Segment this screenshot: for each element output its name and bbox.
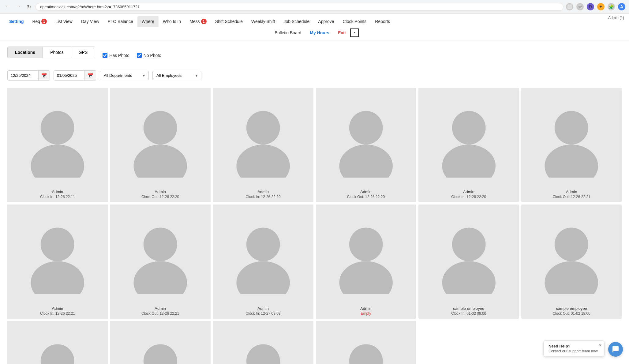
photo-card[interactable] <box>316 321 416 364</box>
card-status: Clock In: 01-02 09:00 <box>421 311 516 316</box>
browser-chrome: ← → ↻ opentimeclock.com/q2/mWhere.html?v… <box>0 0 629 14</box>
nav-exit[interactable]: Exit <box>334 27 350 38</box>
nav-approve[interactable]: Approve <box>314 16 338 27</box>
nav-pto-balance[interactable]: PTO Balance <box>103 16 137 27</box>
has-photo-checkbox[interactable] <box>103 53 107 58</box>
photo-card[interactable]: Admin Clock Out: 12-26 22:21 <box>110 205 211 319</box>
nav-messages[interactable]: Mess1 <box>185 16 211 27</box>
no-photo-label: No Photo <box>144 53 161 58</box>
date-end-input[interactable]: 01/05/2025 <box>54 71 84 80</box>
avatar <box>113 208 208 304</box>
nav-bulletin-board[interactable]: Bulletin Board <box>270 27 305 38</box>
photo-card[interactable] <box>213 321 313 364</box>
tab-locations[interactable]: Locations <box>8 47 43 58</box>
photo-card[interactable]: Admin Clock In: 12-26 22:11 <box>7 88 108 202</box>
photo-card[interactable]: sample employee Clock In: 01-02 09:00 <box>418 205 519 319</box>
help-title: Need Help? <box>549 344 599 348</box>
extension-icon-puzzle[interactable]: 🧩 <box>608 3 615 10</box>
svg-point-5 <box>236 144 290 177</box>
reload-button[interactable]: ↻ <box>24 2 33 11</box>
forward-button[interactable]: → <box>14 2 23 11</box>
photo-card[interactable] <box>7 321 108 364</box>
date-start-input[interactable]: 12/25/2024 <box>8 71 38 80</box>
nav-shift-schedule[interactable]: Shift Schedule <box>211 16 247 27</box>
employee-select[interactable]: All Employees <box>152 71 201 80</box>
chat-button[interactable] <box>608 342 623 357</box>
svg-point-16 <box>246 227 280 261</box>
address-bar[interactable]: opentimeclock.com/q2/mWhere.html?v=17360… <box>36 3 563 11</box>
tab-photos[interactable]: Photos <box>43 47 71 58</box>
nav-reports[interactable]: Reports <box>371 16 394 27</box>
svg-point-4 <box>246 111 280 145</box>
svg-point-3 <box>133 144 187 177</box>
svg-point-6 <box>349 111 383 145</box>
tab-gps[interactable]: GPS <box>71 47 95 58</box>
extension-icon-purple[interactable]: D <box>587 3 594 10</box>
view-tabs: Locations Photos GPS <box>7 47 95 58</box>
no-photo-filter[interactable]: No Photo <box>137 53 161 58</box>
avatar <box>318 208 414 304</box>
user-avatar[interactable]: A <box>618 3 625 10</box>
photo-card[interactable]: Admin Clock In: 12-26 22:20 <box>418 88 519 202</box>
card-name: sample employee <box>524 306 619 311</box>
nav-where[interactable]: Where <box>137 16 159 27</box>
card-name: Admin <box>113 190 208 194</box>
screenshot-icon[interactable]: ⬜ <box>566 3 573 10</box>
employee-select-wrap: All Employees ▼ <box>152 71 201 80</box>
photo-card[interactable]: Admin Clock Out: 12-26 22:20 <box>110 88 211 202</box>
photo-card[interactable]: Admin Clock Out: 12-26 22:20 <box>316 88 416 202</box>
card-status: Clock Out: 12-26 22:20 <box>318 195 414 199</box>
nav-who-is-in[interactable]: Who Is In <box>159 16 185 27</box>
photo-card[interactable]: sample employee Clock Out: 01-02 18:00 <box>521 205 622 319</box>
nav-clock-points[interactable]: Clock Points <box>339 16 371 27</box>
card-name: Admin <box>113 306 208 311</box>
requests-badge: 1 <box>41 19 47 24</box>
svg-point-23 <box>545 261 598 294</box>
nav-day-view[interactable]: Day View <box>77 16 103 27</box>
svg-point-13 <box>31 261 84 294</box>
department-select[interactable]: All Departments <box>100 71 149 80</box>
svg-point-17 <box>236 261 290 294</box>
card-status: Clock In: 12-26 22:21 <box>10 311 105 316</box>
photo-card[interactable]: Admin Clock Out: 12-26 22:21 <box>521 88 622 202</box>
card-status: Clock Out: 12-26 22:21 <box>113 311 208 316</box>
date-start-calendar-btn[interactable]: 📅 <box>38 71 50 80</box>
nav-my-hours[interactable]: My Hours <box>305 27 334 38</box>
top-navigation: Admin (1) Setting Req1 List View Day Vie… <box>0 14 629 40</box>
nav-list-view[interactable]: List View <box>51 16 77 27</box>
card-name: Admin <box>215 190 311 194</box>
browser-icons: ⬜ ☆ D ✦ 🧩 A <box>566 3 625 10</box>
back-button[interactable]: ← <box>4 2 12 11</box>
no-photo-checkbox[interactable] <box>137 53 142 58</box>
messages-badge: 1 <box>201 19 207 24</box>
extension-icon-yellow[interactable]: ✦ <box>597 3 605 10</box>
bookmark-icon[interactable]: ☆ <box>576 3 584 10</box>
svg-point-1 <box>31 144 84 177</box>
photo-card[interactable]: Admin Empty <box>316 205 416 319</box>
nav-requests[interactable]: Req1 <box>28 16 51 27</box>
photo-card[interactable] <box>110 321 211 364</box>
help-close-button[interactable]: × <box>599 343 602 348</box>
has-photo-label: Has Photo <box>109 53 129 58</box>
photo-card[interactable]: Admin Clock In: 12-26 22:21 <box>7 205 108 319</box>
nav-row-1: Setting Req1 List View Day View PTO Bala… <box>5 14 624 27</box>
nav-weekly-shift[interactable]: Weekly Shift <box>247 16 279 27</box>
has-photo-filter[interactable]: Has Photo <box>103 53 129 58</box>
photo-card[interactable]: Admin Clock In: 12-26 22:20 <box>213 88 313 202</box>
card-name: sample employee <box>421 306 516 311</box>
nav-setting[interactable]: Setting <box>5 16 28 27</box>
nav-job-schedule[interactable]: Job Schedule <box>279 16 314 27</box>
date-end-calendar-btn[interactable]: 📅 <box>84 71 96 80</box>
avatar <box>10 92 105 187</box>
help-bubble: × Need Help? Contact our support team no… <box>543 340 605 357</box>
avatar <box>524 92 619 187</box>
card-status: Clock Out: 12-26 22:20 <box>113 195 208 199</box>
svg-point-14 <box>144 227 177 261</box>
date-end-wrap: 01/05/2025 📅 <box>54 70 96 81</box>
card-name: Admin <box>215 306 311 311</box>
svg-point-7 <box>339 144 393 177</box>
card-status: Clock In: 12-27 03:09 <box>215 311 311 316</box>
expand-icon[interactable]: ‣ <box>350 28 359 37</box>
card-name: Admin <box>421 190 516 194</box>
photo-card[interactable]: Admin Clock In: 12-27 03:09 <box>213 205 313 319</box>
